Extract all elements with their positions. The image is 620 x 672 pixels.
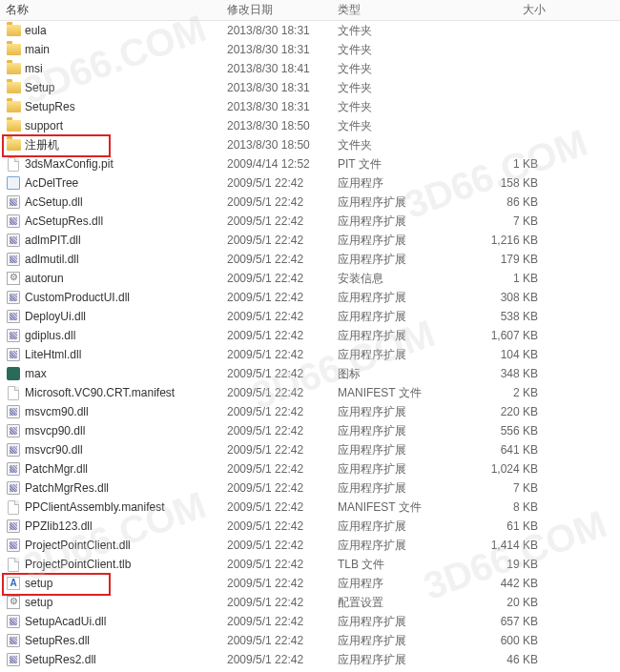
file-date-cell: 2009/5/1 22:42 [227, 424, 338, 438]
file-row[interactable]: PatchMgr.dll2009/5/1 22:42应用程序扩展1,024 KB [0, 459, 620, 479]
file-name-text: SetupRes [25, 100, 75, 113]
dll-icon [6, 290, 21, 305]
file-date-cell: 2009/5/1 22:42 [227, 367, 338, 380]
file-type-cell: 应用程序扩展 [338, 194, 462, 211]
file-row[interactable]: msvcp90.dll2009/5/1 22:42应用程序扩展556 KB [0, 421, 620, 440]
file-row[interactable]: PPClientAssembly.manifest2009/5/1 22:42M… [0, 498, 620, 517]
file-row[interactable]: SetupRes.dll2009/5/1 22:42应用程序扩展600 KB [0, 631, 620, 650]
file-row[interactable]: main2013/8/30 18:31文件夹 [0, 40, 620, 59]
folder-icon [6, 118, 21, 133]
file-name-text: SetupAcadUi.dll [25, 615, 106, 628]
dll-icon [6, 233, 21, 248]
file-date-cell: 2009/5/1 22:42 [227, 481, 338, 495]
file-name-cell: msvcm90.dll [6, 404, 227, 419]
file-icon [6, 156, 21, 172]
file-row[interactable]: support2013/8/30 18:50文件夹 [0, 116, 620, 135]
file-name-cell: PPClientAssembly.manifest [6, 499, 227, 515]
file-row[interactable]: 注册机2013/8/30 18:50文件夹 [0, 135, 620, 154]
file-row[interactable]: CustomProductUI.dll2009/5/1 22:42应用程序扩展3… [0, 288, 620, 307]
dll-icon [6, 442, 21, 458]
file-row[interactable]: gdiplus.dll2009/5/1 22:42应用程序扩展1,607 KB [0, 326, 620, 345]
file-date-cell: 2009/5/1 22:42 [227, 405, 338, 418]
file-type-cell: 文件夹 [338, 137, 462, 153]
file-name-cell: msi [6, 61, 227, 76]
column-header-name[interactable]: 名称 [0, 2, 221, 18]
file-date-cell: 2009/5/1 22:42 [227, 253, 338, 266]
file-icon [6, 499, 21, 515]
file-icon [6, 557, 21, 572]
file-name-cell: gdiplus.dll [6, 328, 227, 343]
file-row[interactable]: AcDelTree2009/5/1 22:42应用程序158 KB [0, 173, 620, 193]
file-name-text: AcDelTree [25, 176, 78, 190]
file-date-cell: 2009/5/1 22:42 [227, 329, 338, 342]
file-name-cell: 注册机 [6, 137, 227, 153]
file-row[interactable]: ProjectPointClient.dll2009/5/1 22:42应用程序… [0, 536, 620, 555]
file-row[interactable]: PatchMgrRes.dll2009/5/1 22:42应用程序扩展7 KB [0, 479, 620, 498]
dll-icon [6, 309, 21, 324]
file-row[interactable]: msvcr90.dll2009/5/1 22:42应用程序扩展641 KB [0, 440, 620, 459]
file-row[interactable]: LiteHtml.dll2009/5/1 22:42应用程序扩展104 KB [0, 345, 620, 364]
file-type-cell: 应用程序扩展 [338, 290, 462, 306]
file-row[interactable]: SetupAcadUi.dll2009/5/1 22:42应用程序扩展657 K… [0, 612, 620, 631]
file-type-cell: 文件夹 [338, 80, 462, 96]
file-row[interactable]: DeployUi.dll2009/5/1 22:42应用程序扩展538 KB [0, 307, 620, 326]
file-row[interactable]: Microsoft.VC90.CRT.manifest2009/5/1 22:4… [0, 383, 620, 402]
file-size-cell: 8 KB [462, 500, 557, 514]
file-list: 名称 修改日期 类型 大小 eula2013/8/30 18:31文件夹main… [0, 0, 620, 672]
file-name-cell: AcDelTree [6, 175, 227, 191]
file-icon [6, 385, 21, 400]
file-row[interactable]: adlmutil.dll2009/5/1 22:42应用程序扩展179 KB [0, 250, 620, 269]
file-name-cell: max [6, 366, 227, 381]
file-row[interactable]: eula2013/8/30 18:31文件夹 [0, 21, 620, 40]
file-name-text: ProjectPointClient.tlb [25, 558, 131, 571]
file-size-cell: 7 KB [462, 214, 557, 228]
file-row[interactable]: AcSetup.dll2009/5/1 22:42应用程序扩展86 KB [0, 193, 620, 212]
file-row[interactable]: PPZlib123.dll2009/5/1 22:42应用程序扩展61 KB [0, 517, 620, 536]
file-name-text: msvcm90.dll [25, 405, 89, 418]
file-name-cell: adlmPIT.dll [6, 233, 227, 248]
file-type-cell: 应用程序 [338, 175, 462, 192]
column-header-type[interactable]: 类型 [332, 2, 456, 18]
file-name-text: ProjectPointClient.dll [25, 539, 131, 552]
file-type-cell: 文件夹 [338, 61, 462, 77]
file-row[interactable]: SetupRes2013/8/30 18:31文件夹 [0, 97, 620, 116]
folder-icon [6, 61, 21, 76]
file-row[interactable]: 3dsMaxConfig.pit2009/4/14 12:52PIT 文件1 K… [0, 154, 620, 173]
file-date-cell: 2013/8/30 18:41 [227, 62, 338, 75]
file-name-cell: adlmutil.dll [6, 252, 227, 267]
setup-app-icon: A [6, 576, 21, 591]
file-row[interactable]: autorun2009/5/1 22:42安装信息1 KB [0, 269, 620, 288]
file-date-cell: 2009/5/1 22:42 [227, 653, 338, 666]
file-size-cell: 657 KB [462, 615, 557, 628]
file-size-cell: 19 KB [462, 558, 557, 571]
file-name-cell: PPZlib123.dll [6, 519, 227, 534]
file-name-text: SetupRes.dll [25, 634, 90, 647]
dll-icon [6, 423, 21, 438]
file-row[interactable]: AcSetupRes.dll2009/5/1 22:42应用程序扩展7 KB [0, 212, 620, 231]
column-header-size[interactable]: 大小 [456, 2, 551, 18]
file-row[interactable]: SetupRes2.dll2009/5/1 22:42应用程序扩展46 KB [0, 650, 620, 669]
file-row[interactable]: max2009/5/1 22:42图标348 KB [0, 364, 620, 383]
file-row[interactable]: msvcm90.dll2009/5/1 22:42应用程序扩展220 KB [0, 402, 620, 421]
file-row[interactable]: adlmPIT.dll2009/5/1 22:42应用程序扩展1,216 KB [0, 231, 620, 250]
file-name-text: AcSetup.dll [25, 195, 83, 209]
file-type-cell: 安装信息 [338, 271, 462, 287]
file-name-text: eula [25, 24, 47, 37]
file-name-text: PPClientAssembly.manifest [25, 500, 165, 514]
file-name-cell: Microsoft.VC90.CRT.manifest [6, 385, 227, 400]
file-name-text: LiteHtml.dll [25, 348, 81, 361]
column-header-date[interactable]: 修改日期 [221, 2, 332, 18]
file-size-cell: 556 KB [462, 424, 557, 438]
file-type-cell: 应用程序扩展 [338, 480, 462, 497]
file-name-text: DeployUi.dll [25, 310, 86, 323]
file-size-cell: 7 KB [462, 481, 557, 495]
file-size-cell: 308 KB [462, 291, 557, 304]
file-row[interactable]: Asetup2009/5/1 22:42应用程序442 KB [0, 574, 620, 593]
file-row[interactable]: Setup2013/8/30 18:31文件夹 [0, 78, 620, 97]
dll-icon [6, 214, 21, 229]
file-row[interactable]: setup2009/5/1 22:42配置设置20 KB [0, 593, 620, 612]
file-row[interactable]: ProjectPointClient.tlb2009/5/1 22:42TLB … [0, 555, 620, 574]
file-row[interactable]: msi2013/8/30 18:41文件夹 [0, 59, 620, 78]
file-type-cell: 应用程序扩展 [338, 538, 462, 554]
folder-icon [6, 99, 21, 114]
